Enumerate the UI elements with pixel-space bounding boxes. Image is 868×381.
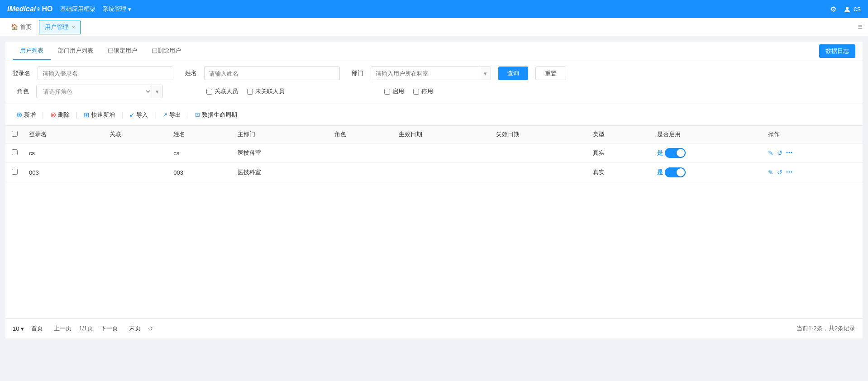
row-enabled-cell: 是 xyxy=(652,143,763,163)
data-log-button[interactable]: 数据日志 xyxy=(819,44,855,58)
tab-dept-user-list[interactable]: 部门用户列表 xyxy=(51,42,100,60)
import-icon: ↙ xyxy=(129,111,134,118)
hamburger-menu-icon[interactable]: ≡ xyxy=(858,22,863,32)
svg-point-2 xyxy=(789,152,790,153)
role-dropdown-icon[interactable]: ▾ xyxy=(152,85,162,98)
disabled-checkbox-item[interactable]: 停用 xyxy=(413,87,433,95)
not-associated-checkbox[interactable] xyxy=(247,89,253,95)
row-enabled-cell: 是 xyxy=(652,163,763,182)
sys-mgmt-menu[interactable]: 系统管理 ▾ xyxy=(103,5,131,13)
tab-deleted-users[interactable]: 已删除用户 xyxy=(144,42,188,60)
add-icon: ⊕ xyxy=(16,110,22,119)
sub-tabs-left: 用户列表 部门用户列表 已锁定用户 已删除用户 xyxy=(13,42,188,60)
delete-button[interactable]: ⊗ 删除 xyxy=(47,109,73,121)
brand-ho: HO xyxy=(42,5,53,13)
export-button[interactable]: ↗ 导出 xyxy=(159,109,185,121)
more-icon[interactable] xyxy=(786,149,792,157)
toggle-yes-label: 是 xyxy=(657,168,663,176)
role-select-wrap: 请选择角色 ▾ xyxy=(36,85,163,98)
last-page-button[interactable]: 末页 xyxy=(125,323,144,334)
tab-user-mgmt[interactable]: 用户管理 × xyxy=(39,20,81,34)
quick-add-button[interactable]: ⊞ 快速新增 xyxy=(80,109,119,121)
toggle-knob xyxy=(677,149,685,157)
row-checkbox[interactable] xyxy=(12,149,18,155)
pagination-refresh-icon[interactable]: ↺ xyxy=(148,325,153,332)
tab-locked-users[interactable]: 已锁定用户 xyxy=(100,42,144,60)
next-page-button[interactable]: 下一页 xyxy=(97,323,122,334)
row-assoc xyxy=(104,143,168,163)
search-row-2: 角色 请选择角色 ▾ 关联人员 未关联人员 xyxy=(13,85,855,98)
svg-point-5 xyxy=(789,171,790,172)
sys-mgmt-label: 系统管理 xyxy=(103,5,126,13)
brand-reg: ® xyxy=(37,7,40,12)
page-info: 1/1页 xyxy=(79,324,93,333)
export-icon: ↗ xyxy=(162,111,167,118)
role-select[interactable]: 请选择角色 xyxy=(37,85,152,98)
more-icon[interactable] xyxy=(786,169,792,176)
import-button[interactable]: ↙ 导入 xyxy=(126,109,152,121)
page-size-selector[interactable]: 10 ▾ xyxy=(13,325,24,332)
tab-close-icon[interactable]: × xyxy=(72,24,75,30)
quick-add-icon: ⊞ xyxy=(84,111,90,119)
col-name: 姓名 xyxy=(168,126,232,143)
row-dept: 医技科室 xyxy=(232,163,329,182)
sep-5: | xyxy=(187,111,189,119)
edit-icon[interactable]: ✎ xyxy=(768,149,773,157)
enabled-toggle[interactable] xyxy=(665,167,686,177)
associated-checkbox-item[interactable]: 关联人员 xyxy=(206,87,238,95)
settings-icon[interactable]: ⚙ xyxy=(830,5,836,14)
page-size-value: 10 xyxy=(13,325,19,332)
row-name: cs xyxy=(168,143,232,163)
toolbar: ⊕ 新增 | ⊗ 删除 | ⊞ 快速新增 | ↙ 导入 | ↗ 导出 xyxy=(5,104,863,126)
brand-name: iMedical xyxy=(7,5,36,13)
enabled-checkbox[interactable] xyxy=(384,89,390,95)
not-associated-checkbox-item[interactable]: 未关联人员 xyxy=(247,87,285,95)
dept-dropdown-icon[interactable]: ▾ xyxy=(480,67,491,80)
query-button[interactable]: 查询 xyxy=(498,67,528,80)
first-page-button[interactable]: 首页 xyxy=(28,323,47,334)
row-end-date xyxy=(491,143,588,163)
framework-label: 基础应用框架 xyxy=(60,5,95,13)
nav-right: ⚙ cs xyxy=(830,5,861,14)
edit-icon[interactable]: ✎ xyxy=(768,169,773,176)
home-icon: 🏠 xyxy=(11,24,18,30)
table-wrap: 登录名 关联 姓名 主部门 角色 生效日期 失效日期 类型 是否启用 操作 xyxy=(5,126,863,318)
dept-label: 部门 xyxy=(347,69,363,77)
row-actions-cell: ✎ ↺ xyxy=(763,143,863,163)
associated-checkbox[interactable] xyxy=(206,89,212,95)
reset-pwd-icon[interactable]: ↺ xyxy=(777,169,782,176)
disabled-checkbox[interactable] xyxy=(413,89,419,95)
reset-pwd-icon[interactable]: ↺ xyxy=(777,149,782,157)
tab-home[interactable]: 🏠 首页 xyxy=(5,20,37,34)
user-icon[interactable]: cs xyxy=(844,5,861,13)
col-assoc: 关联 xyxy=(104,126,168,143)
add-button[interactable]: ⊕ 新增 xyxy=(13,109,39,121)
row-type: 真实 xyxy=(587,143,651,163)
toggle-knob xyxy=(677,168,685,176)
enabled-checkbox-item[interactable]: 启用 xyxy=(384,87,404,95)
add-label: 新增 xyxy=(24,111,36,119)
enabled-toggle[interactable] xyxy=(665,148,686,158)
select-all-checkbox[interactable] xyxy=(12,131,18,137)
name-input[interactable] xyxy=(204,67,340,80)
not-associated-label: 未关联人员 xyxy=(255,87,285,95)
login-input[interactable] xyxy=(38,67,173,80)
row-login: 003 xyxy=(24,163,104,182)
sep-1: | xyxy=(42,111,44,119)
main-content: 用户列表 部门用户列表 已锁定用户 已删除用户 数据日志 登录名 姓名 部门 ▾… xyxy=(0,36,868,344)
dept-input[interactable] xyxy=(371,67,480,80)
tab-user-list[interactable]: 用户列表 xyxy=(13,42,51,60)
col-start-date: 生效日期 xyxy=(393,126,491,143)
prev-page-button[interactable]: 上一页 xyxy=(50,323,75,334)
row-checkbox[interactable] xyxy=(12,169,18,175)
lifecycle-label: 数据生命周期 xyxy=(202,111,237,119)
associated-label: 关联人员 xyxy=(215,87,238,95)
sep-3: | xyxy=(121,111,123,119)
col-role: 角色 xyxy=(329,126,393,143)
lifecycle-button[interactable]: ⊡ 数据生命周期 xyxy=(191,109,241,121)
svg-point-3 xyxy=(791,152,792,153)
export-label: 导出 xyxy=(169,111,181,119)
user-mgmt-card: 用户列表 部门用户列表 已锁定用户 已删除用户 数据日志 登录名 姓名 部门 ▾… xyxy=(5,42,863,338)
sep-2: | xyxy=(76,111,78,119)
reset-button[interactable]: 重置 xyxy=(535,67,566,80)
